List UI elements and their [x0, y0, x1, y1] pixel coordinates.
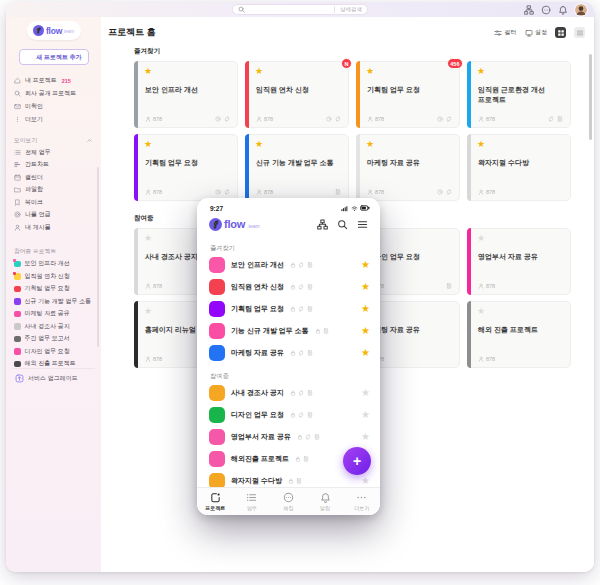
star-icon[interactable]: ★ — [144, 233, 152, 243]
phone-project-item[interactable]: 보안 인프라 개선★ — [209, 254, 370, 276]
sidebar-item[interactable]: 더보기 — [6, 113, 101, 126]
project-card[interactable]: ★신규 기능 개발 업무 소통878 — [245, 134, 349, 201]
project-color-chip — [209, 301, 225, 317]
project-card[interactable]: ★기획팀 업무 요청878 — [134, 134, 238, 201]
project-card[interactable]: ★N임직원 연차 신청878 — [245, 61, 349, 128]
service-upgrade-button[interactable]: 서비스 업그레이드 — [12, 368, 95, 383]
add-project-button[interactable]: 새 프로젝트 추가 — [19, 49, 89, 65]
star-icon[interactable]: ★ — [361, 282, 370, 292]
sidebar-scrollbar[interactable] — [97, 167, 99, 347]
filter-button[interactable]: 필터 — [494, 28, 517, 37]
list-view-icon — [576, 29, 584, 37]
sidebar-item[interactable]: 간트차트 — [6, 159, 101, 172]
star-icon[interactable]: ★ — [477, 233, 485, 243]
star-icon[interactable]: ★ — [361, 432, 370, 442]
phone-project-item[interactable]: 사내 경조사 공지★ — [209, 382, 370, 404]
flow-logo-icon: f — [209, 218, 222, 231]
star-icon[interactable]: ★ — [361, 410, 370, 420]
star-icon[interactable]: ★ — [477, 306, 485, 316]
phone-tab-project[interactable]: 프로젝트 — [197, 488, 234, 515]
project-title: 보안 인프라 개선 — [231, 260, 284, 270]
phone-project-item[interactable]: 기능 신규 개발 업무 소통★ — [209, 320, 370, 342]
user-avatar[interactable] — [575, 4, 587, 16]
sidebar-item[interactable]: 전체 업무 — [6, 146, 101, 159]
star-icon[interactable]: ★ — [255, 139, 263, 149]
add-fab-button[interactable]: + — [343, 447, 371, 475]
sidebar-project-item[interactable]: 디자인 업무 요청 — [6, 345, 101, 358]
sidebar-item[interactable]: 회사 공개 프로젝트 — [6, 87, 101, 100]
project-card[interactable]: ★마케팅 자료 공유878 — [356, 134, 460, 201]
sidebar-item[interactable]: 북마크 — [6, 196, 101, 209]
card-meta: 878 — [478, 189, 563, 195]
phone-header-icons — [317, 219, 368, 230]
tab-label: 더보기 — [354, 505, 369, 511]
phone-project-item[interactable]: 영업부서 자료 공유★ — [209, 426, 370, 448]
project-card[interactable]: ★영업부서 자료 공유878 — [467, 228, 571, 295]
star-icon[interactable]: ★ — [144, 66, 152, 76]
sitemap-icon[interactable] — [524, 5, 534, 15]
phone-tab-chat[interactable]: 채팅 — [270, 488, 307, 515]
sidebar-item[interactable]: 나를 언급 — [6, 209, 101, 222]
star-icon[interactable]: ★ — [366, 139, 374, 149]
star-icon[interactable]: ★ — [477, 139, 485, 149]
sidebar-project-item[interactable]: 기획팀 업무 요청 — [6, 283, 101, 296]
collect-section-header[interactable]: 모아보기 — [6, 134, 101, 146]
phone-project-item[interactable]: 디자인 업무 요청★ — [209, 404, 370, 426]
project-card[interactable]: ★임직원 근로환경 개선 프로젝트878 — [467, 61, 571, 128]
person-icon — [256, 189, 262, 195]
star-icon[interactable]: ★ — [361, 260, 370, 270]
sidebar-project-item[interactable]: 보안 인프라 개선 — [6, 258, 101, 271]
phone-tab-more[interactable]: 더보기 — [343, 488, 380, 515]
chat-icon[interactable] — [541, 5, 551, 15]
project-card[interactable]: ★456기획팀 업무 요청878 — [356, 61, 460, 128]
search-input[interactable] — [248, 7, 331, 13]
star-icon[interactable]: ★ — [144, 139, 152, 149]
project-card[interactable]: ★해외 진출 프로젝트878 — [467, 301, 571, 368]
star-icon[interactable]: ★ — [361, 326, 370, 336]
flow-logo[interactable]: f flow team — [27, 21, 81, 40]
sidebar-item[interactable]: 미확인 — [6, 100, 101, 113]
grid-view-button[interactable] — [555, 27, 566, 38]
person-icon — [14, 224, 21, 231]
sidebar-item[interactable]: 내 게시물 — [6, 221, 101, 234]
phone-project-item[interactable]: 마케팅 자료 공유★ — [209, 342, 370, 364]
star-icon[interactable]: ★ — [255, 66, 263, 76]
main-scrollbar[interactable] — [589, 54, 592, 140]
project-card[interactable]: ★왁자지껄 수다방878 — [467, 134, 571, 201]
sitemap-icon[interactable] — [317, 219, 328, 230]
advanced-search-button[interactable]: 상세검색 — [334, 6, 362, 13]
sidebar-project-item[interactable]: 사내 경조사 공지 — [6, 320, 101, 333]
sidebar-item[interactable]: 캘린더 — [6, 171, 101, 184]
list-view-button[interactable] — [574, 27, 585, 38]
settings-button[interactable]: 설정 — [525, 28, 548, 37]
project-card[interactable]: ★보안 인프라 개선878 — [134, 61, 238, 128]
sync-icon — [298, 390, 304, 396]
sidebar-project-item[interactable]: 마케팅 자료 공유 — [6, 308, 101, 321]
clock-icon — [215, 189, 221, 195]
phone-tab-bell[interactable]: 알림 — [307, 488, 344, 515]
sidebar-item[interactable]: 내 프로젝트215 — [6, 74, 101, 87]
grid-view-icon — [557, 29, 565, 37]
phone-project-item[interactable]: 임직원 연차 신청★ — [209, 276, 370, 298]
phone-tab-tasks[interactable]: 업무 — [234, 488, 271, 515]
star-icon[interactable]: ★ — [366, 66, 374, 76]
star-icon[interactable]: ★ — [144, 306, 152, 316]
search-bar[interactable]: 상세검색 — [232, 4, 368, 15]
member-count: 878 — [264, 116, 273, 122]
phone-project-item[interactable]: 기획팀 업무 요청★ — [209, 298, 370, 320]
star-icon[interactable]: ★ — [361, 476, 370, 486]
star-icon[interactable]: ★ — [361, 348, 370, 358]
member-count: 878 — [486, 283, 495, 289]
sidebar-item[interactable]: 파일함 — [6, 184, 101, 197]
search-icon[interactable] — [337, 219, 348, 230]
sidebar-project-item[interactable]: 신규 기능 개발 업무 소통 — [6, 295, 101, 308]
project-color-chip — [209, 385, 225, 401]
star-icon[interactable]: ★ — [361, 304, 370, 314]
sidebar-project-item[interactable]: 주간 업무 보고서 — [6, 333, 101, 346]
sidebar-project-item[interactable]: 임직원 연차 신청 — [6, 270, 101, 283]
star-icon[interactable]: ★ — [361, 388, 370, 398]
menu-icon[interactable] — [357, 219, 368, 230]
bell-icon[interactable] — [558, 5, 568, 15]
star-icon[interactable]: ★ — [477, 66, 485, 76]
sync-icon — [298, 306, 304, 312]
